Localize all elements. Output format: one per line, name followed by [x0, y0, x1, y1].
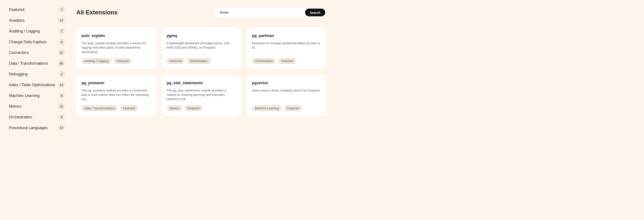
- sidebar-item-count: 7: [59, 28, 65, 34]
- category-sidebar: Featured7Analytics13Auditing / Logging7C…: [0, 0, 68, 220]
- extension-card-description: The auto_explain module provides a means…: [82, 41, 150, 54]
- search-input[interactable]: [220, 10, 305, 15]
- extension-card-tags: OrchestrationFeatured: [252, 58, 321, 64]
- sidebar-item[interactable]: Metrics15: [9, 101, 65, 112]
- sidebar-item-label: Analytics: [9, 18, 24, 23]
- extension-card-title: pgvector: [252, 81, 321, 85]
- extension-card-description: Extension to manage partitioned tables b…: [252, 41, 321, 54]
- extension-card-title: pg_stat_statements: [167, 81, 236, 85]
- sidebar-item-label: Featured: [9, 8, 24, 12]
- extension-card-tags: Data / TransformationsFeatured: [82, 105, 150, 111]
- sidebar-item[interactable]: Connectors22: [9, 47, 65, 58]
- extension-card-title: auto_explain: [82, 34, 150, 38]
- extension-card-tags: Auditing / LoggingFeatured: [82, 58, 150, 64]
- extension-tag[interactable]: Featured: [120, 105, 138, 111]
- extension-tag[interactable]: Featured: [167, 58, 185, 64]
- extension-card-tags: Machine LearningFeatured: [252, 105, 321, 111]
- sidebar-item-label: Debugging: [9, 72, 28, 76]
- sidebar-item-count: 13: [58, 125, 65, 131]
- extension-tag[interactable]: Orchestration: [252, 58, 276, 64]
- extension-tag[interactable]: Orchestration: [187, 58, 211, 64]
- sidebar-item[interactable]: Machine Learning6: [9, 90, 65, 101]
- search-container: Search: [215, 8, 326, 17]
- sidebar-item-label: Data / Transformations: [9, 61, 48, 66]
- sidebar-item[interactable]: Orchestration9: [9, 112, 65, 123]
- extension-card[interactable]: pg_prewarmThe pg_prewarm module provides…: [76, 75, 156, 116]
- sidebar-item-count: 46: [58, 60, 65, 66]
- extension-card[interactable]: auto_explainThe auto_explain module prov…: [76, 28, 156, 69]
- extension-card[interactable]: pgmqA lightweight distributed message qu…: [162, 28, 241, 69]
- extension-card-tags: FeaturedOrchestration: [167, 58, 236, 64]
- sidebar-item[interactable]: Index / Table Optimizations14: [9, 79, 65, 90]
- main-content: All Extensions Search auto_explainThe au…: [68, 0, 330, 220]
- extension-card[interactable]: pg_partmanExtension to manage partitione…: [247, 28, 326, 69]
- sidebar-item[interactable]: Debugging2: [9, 69, 65, 79]
- sidebar-item-count: 14: [58, 82, 65, 88]
- sidebar-item[interactable]: Analytics13: [9, 15, 65, 26]
- extension-card-description: Open-source vector similarity search for…: [252, 88, 321, 101]
- sidebar-item-count: 15: [58, 103, 65, 109]
- sidebar-item-label: Procedural Languages: [9, 126, 48, 130]
- extension-card[interactable]: pg_stat_statementsThe pg_stat_statements…: [162, 75, 241, 116]
- sidebar-item-label: Change Data Capture: [9, 40, 46, 44]
- page-title: All Extensions: [76, 9, 118, 16]
- sidebar-item-label: Orchestration: [9, 115, 32, 120]
- sidebar-item-label: Auditing / Logging: [9, 29, 40, 34]
- sidebar-item[interactable]: Change Data Capture6: [9, 37, 65, 47]
- extension-tag[interactable]: Featured: [278, 58, 296, 64]
- sidebar-item-count: 22: [58, 50, 65, 56]
- search-button[interactable]: Search: [305, 9, 325, 16]
- sidebar-item-count: 7: [59, 7, 65, 13]
- extension-tag[interactable]: Machine Learning: [252, 105, 282, 111]
- extension-card-description: The pg_stat_statements module provides a…: [167, 88, 236, 101]
- sidebar-item-label: Machine Learning: [9, 93, 40, 98]
- extension-tag[interactable]: Featured: [284, 105, 302, 111]
- sidebar-item-count: 9: [59, 114, 65, 120]
- extension-tag[interactable]: Metrics: [167, 105, 182, 111]
- sidebar-item[interactable]: Featured7: [9, 4, 65, 15]
- extension-card-description: A lightweight distributed message queue.…: [167, 41, 236, 54]
- sidebar-item-label: Connectors: [9, 50, 29, 55]
- extensions-grid: auto_explainThe auto_explain module prov…: [76, 28, 326, 120]
- sidebar-item[interactable]: Procedural Languages13: [9, 123, 65, 133]
- header-row: All Extensions Search: [76, 8, 326, 17]
- sidebar-item-label: Metrics: [9, 104, 22, 109]
- extension-card-title: pgmq: [167, 34, 236, 38]
- sidebar-item-label: Index / Table Optimizations: [9, 83, 55, 87]
- extension-card-title: pg_prewarm: [82, 81, 150, 85]
- sidebar-item-count: 6: [59, 93, 65, 99]
- extension-tag[interactable]: Featured: [184, 105, 202, 111]
- sidebar-item[interactable]: Auditing / Logging7: [9, 26, 65, 37]
- sidebar-item-count: 13: [58, 17, 65, 23]
- sidebar-item-count: 6: [59, 39, 65, 45]
- extension-card[interactable]: pgvectorOpen-source vector similarity se…: [247, 75, 326, 116]
- extension-tag[interactable]: Auditing / Logging: [82, 58, 112, 64]
- sidebar-item-count: 2: [59, 71, 65, 77]
- extension-card-description: The pg_prewarm module provides a conveni…: [82, 88, 150, 101]
- extension-card-tags: MetricsFeatured: [167, 105, 236, 111]
- sidebar-item[interactable]: Data / Transformations46: [9, 58, 65, 69]
- extension-tag[interactable]: Featured: [114, 58, 132, 64]
- extension-tag[interactable]: Data / Transformations: [82, 105, 118, 111]
- extension-card-title: pg_partman: [252, 34, 321, 38]
